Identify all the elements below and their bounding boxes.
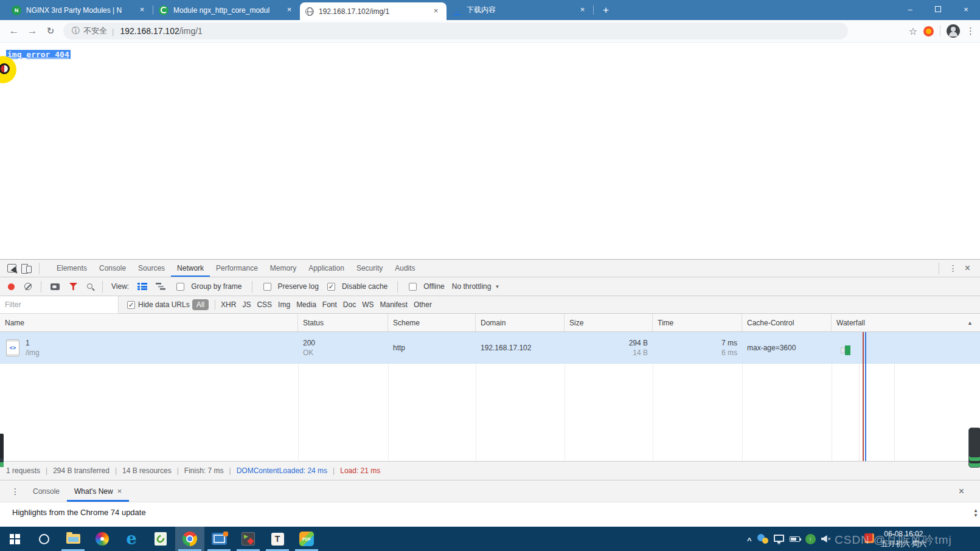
tab-close-icon[interactable]: × [577,5,588,15]
volume-muted-icon[interactable]: × [821,535,831,542]
drawer-tab-close-icon[interactable]: × [117,487,122,496]
devtools-tab-network[interactable]: Network [171,260,210,277]
filter-type-font[interactable]: Font [319,300,340,309]
use-request-rows-icon[interactable] [137,283,147,290]
notepadpp-button[interactable] [146,527,175,551]
bookmark-star-icon[interactable]: ☆ [909,26,917,37]
offline-label[interactable]: Offline [423,282,444,291]
tab-close-icon[interactable]: × [137,5,147,15]
device-toolbar-icon[interactable] [21,264,32,273]
drawer-close-icon[interactable]: × [959,486,975,497]
column-header-status[interactable]: Status [298,314,388,331]
column-header-scheme[interactable]: Scheme [388,314,476,331]
check-mark: ✓ [328,283,334,290]
pdf-reader-button[interactable]: PDF [292,527,321,551]
tab-close-icon[interactable]: × [284,5,294,15]
system-tray: ^ ↑ × [747,527,831,551]
forward-button[interactable]: → [23,22,41,40]
network-icon[interactable] [774,535,784,542]
group-by-frame-checkbox[interactable] [176,283,184,291]
devtools-tab-sources[interactable]: Sources [132,260,171,277]
scroll-down-icon[interactable]: ▼ [973,513,978,518]
filter-type-js[interactable]: JS [239,300,254,309]
show-overview-icon[interactable] [156,283,165,290]
chrome-button[interactable] [175,527,204,551]
browser-tab-nginx-modules[interactable]: N NGINX 3rd Party Modules | N × [6,0,153,20]
column-header-size[interactable]: Size [565,314,653,331]
filter-type-doc[interactable]: Doc [340,300,359,309]
filter-type-all[interactable]: All [192,299,209,310]
record-network-log-button[interactable] [8,283,15,290]
drawer-tab-whats-new[interactable]: What's New × [67,480,129,502]
hide-data-urls-label[interactable]: Hide data URLs [138,300,190,309]
ime-icon[interactable] [757,534,768,544]
filter-type-ws[interactable]: WS [359,300,377,309]
window-maximize-button[interactable] [924,0,952,18]
vmware-button[interactable] [204,527,234,551]
inspect-element-icon[interactable] [7,264,16,272]
devtools-tab-security[interactable]: Security [350,260,389,277]
extension-icon[interactable] [923,26,934,36]
request-row-img[interactable]: <> 1 /img 200 OK http 192.168.17.102 294… [0,332,980,364]
typora-button[interactable]: T [263,527,292,551]
terminal-button[interactable] [234,527,263,551]
offline-checkbox[interactable] [409,283,417,291]
file-explorer-button[interactable] [58,527,88,551]
column-header-waterfall[interactable]: Waterfall ▲ [832,314,980,331]
search-icon[interactable] [87,283,92,289]
devtools-tab-console[interactable]: Console [93,260,132,277]
drawer-menu-icon[interactable]: ⋮ [5,487,26,496]
devtools-close-icon[interactable]: × [965,263,970,274]
battery-icon[interactable] [790,536,800,542]
media-app-button[interactable] [88,527,117,551]
clear-network-log-icon[interactable] [24,283,32,290]
column-header-cache-control[interactable]: Cache-Control [742,314,832,331]
security-update-icon[interactable]: ↑ [805,534,816,544]
devtools-menu-icon[interactable]: ⋮ [949,263,957,273]
preserve-log-checkbox[interactable] [263,283,271,291]
filter-type-xhr[interactable]: XHR [218,300,239,309]
page-info-icon[interactable]: ⓘ [72,26,80,36]
preserve-log-label[interactable]: Preserve log [278,282,319,291]
scrollbar-buttons[interactable]: ▲ ▼ [973,508,978,518]
filter-input[interactable] [0,296,119,314]
filter-type-manifest[interactable]: Manifest [377,300,411,309]
filter-icon[interactable] [69,283,77,290]
start-button[interactable] [0,527,29,551]
drawer-tab-console[interactable]: Console [26,480,67,502]
profile-avatar[interactable] [947,24,960,38]
browser-menu-icon[interactable]: ⋮ [966,26,975,36]
address-bar[interactable]: ⓘ 不安全 | 192.168.17.102 /img/1 [63,23,848,40]
devtools-tab-memory[interactable]: Memory [264,260,302,277]
hide-data-urls-checkbox[interactable]: ✓ [127,301,135,309]
column-header-time[interactable]: Time [653,314,742,331]
back-button[interactable]: ← [5,22,23,40]
filter-type-img[interactable]: Img [275,300,293,309]
disable-cache-label[interactable]: Disable cache [342,282,387,291]
throttling-dropdown[interactable]: No throttling ▼ [452,282,500,291]
filter-type-media[interactable]: Media [293,300,319,309]
tab-close-icon[interactable]: × [431,6,441,16]
window-close-button[interactable]: × [952,0,980,18]
reload-button[interactable]: ↻ [41,22,60,40]
column-header-name[interactable]: Name [0,314,298,331]
browser-tab-active-img[interactable]: 192.168.17.102/img/1 × [300,2,447,20]
browser-tab-ngx-http-core[interactable]: Module ngx_http_core_modul × [153,0,300,20]
disable-cache-checkbox[interactable]: ✓ [327,283,335,291]
group-by-frame-label[interactable]: Group by frame [191,282,242,291]
devtools-tab-application[interactable]: Application [302,260,350,277]
sort-ascending-icon[interactable]: ▲ [967,320,975,326]
new-tab-button[interactable]: + [597,2,614,19]
devtools-tab-audits[interactable]: Audits [389,260,421,277]
window-minimize-button[interactable]: – [896,0,924,18]
filter-type-other[interactable]: Other [411,300,435,309]
devtools-tab-elements[interactable]: Elements [50,260,93,277]
browser-tab-downloads[interactable]: ↓ 下载内容 × [447,0,593,20]
devtools-tab-performance[interactable]: Performance [210,260,264,277]
capture-screenshots-icon[interactable] [50,283,60,290]
edge-button[interactable]: e [117,527,146,551]
tray-expand-icon[interactable]: ^ [747,533,752,545]
column-header-domain[interactable]: Domain [476,314,565,331]
cortana-button[interactable] [29,527,58,551]
filter-type-css[interactable]: CSS [254,300,275,309]
